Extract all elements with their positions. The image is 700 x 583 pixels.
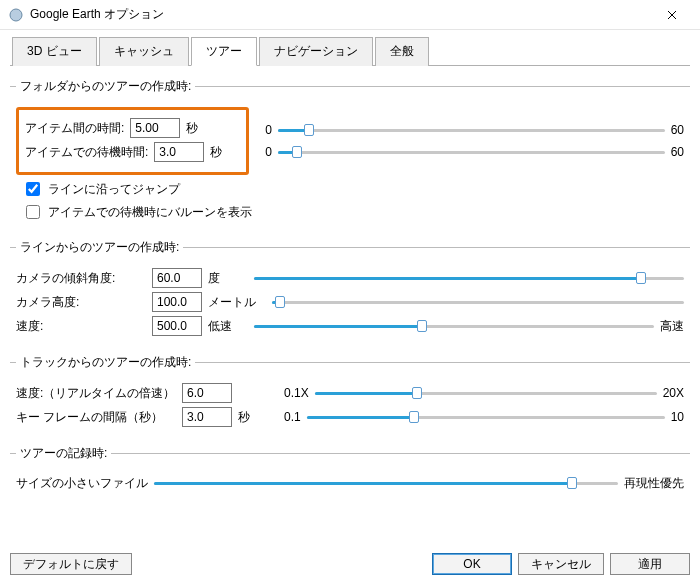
speed-label: 速度:	[16, 318, 146, 335]
keyframe-input[interactable]	[182, 407, 232, 427]
speed-slider[interactable]	[254, 317, 654, 335]
section-line-tour: ラインからのツアーの作成時: カメラの傾斜角度: 度 カメラ高度: メートル 速…	[10, 239, 690, 342]
app-icon	[8, 7, 24, 23]
reset-defaults-button[interactable]: デフォルトに戻す	[10, 553, 132, 575]
altitude-unit: メートル	[208, 294, 256, 311]
filesize-min: サイズの小さいファイル	[16, 475, 148, 492]
close-button[interactable]	[652, 1, 692, 29]
ok-button[interactable]: OK	[432, 553, 512, 575]
speed-min: 低速	[208, 318, 238, 335]
filesize-slider[interactable]	[154, 474, 618, 492]
checkbox-show-balloon[interactable]	[26, 205, 40, 219]
tab-navigation[interactable]: ナビゲーション	[259, 37, 373, 66]
tab-3dview[interactable]: 3D ビュー	[12, 37, 97, 66]
keyframe-unit: 秒	[238, 409, 278, 426]
track-speed-label: 速度:（リアルタイムの倍速）	[16, 385, 176, 402]
filesize-max: 再現性優先	[624, 475, 684, 492]
section-track-tour-legend: トラックからのツアーの作成時:	[16, 354, 195, 371]
keyframe-slider[interactable]	[307, 408, 665, 426]
time-between-unit: 秒	[186, 120, 216, 137]
svg-point-0	[10, 9, 22, 21]
checkbox-show-balloon-label: アイテムでの待機時にバルーンを表示	[48, 204, 252, 221]
tab-general[interactable]: 全般	[375, 37, 429, 66]
speed-input[interactable]	[152, 316, 202, 336]
track-speed-input[interactable]	[182, 383, 232, 403]
highlighted-inputs: アイテム間の時間: 秒 アイテムでの待機時間: 秒	[16, 107, 249, 175]
wait-time-unit: 秒	[210, 144, 240, 161]
keyframe-min: 0.1	[284, 410, 301, 424]
tilt-label: カメラの傾斜角度:	[16, 270, 146, 287]
section-line-tour-legend: ラインからのツアーの作成時:	[16, 239, 183, 256]
window-title: Google Earth オプション	[30, 6, 652, 23]
tilt-input[interactable]	[152, 268, 202, 288]
slider1-min: 0	[265, 123, 272, 137]
track-speed-max: 20X	[663, 386, 684, 400]
tab-bar: 3D ビュー キャッシュ ツアー ナビゲーション 全般	[10, 36, 690, 66]
keyframe-label: キー フレームの間隔（秒）	[16, 409, 176, 426]
time-between-slider[interactable]	[278, 121, 665, 139]
track-speed-min: 0.1X	[284, 386, 309, 400]
checkbox-fly-along-lines-label: ラインに沿ってジャンプ	[48, 181, 180, 198]
wait-time-slider[interactable]	[278, 143, 665, 161]
altitude-slider[interactable]	[272, 293, 684, 311]
tilt-slider[interactable]	[254, 269, 684, 287]
track-speed-slider[interactable]	[315, 384, 657, 402]
section-tour-record: ツアーの記録時: サイズの小さいファイル 再現性優先	[10, 445, 690, 498]
cancel-button[interactable]: キャンセル	[518, 553, 604, 575]
section-folder-tour-legend: フォルダからのツアーの作成時:	[16, 78, 195, 95]
slider1-max: 60	[671, 123, 684, 137]
section-track-tour: トラックからのツアーの作成時: 速度:（リアルタイムの倍速） 0.1X 20X …	[10, 354, 690, 433]
tab-tour[interactable]: ツアー	[191, 37, 257, 66]
altitude-input[interactable]	[152, 292, 202, 312]
keyframe-max: 10	[671, 410, 684, 424]
wait-time-input[interactable]	[154, 142, 204, 162]
time-between-input[interactable]	[130, 118, 180, 138]
section-tour-record-legend: ツアーの記録時:	[16, 445, 111, 462]
slider2-min: 0	[265, 145, 272, 159]
time-between-label: アイテム間の時間:	[25, 120, 124, 137]
altitude-label: カメラ高度:	[16, 294, 146, 311]
tab-cache[interactable]: キャッシュ	[99, 37, 189, 66]
checkbox-fly-along-lines[interactable]	[26, 182, 40, 196]
apply-button[interactable]: 適用	[610, 553, 690, 575]
slider2-max: 60	[671, 145, 684, 159]
wait-time-label: アイテムでの待機時間:	[25, 144, 148, 161]
tilt-unit: 度	[208, 270, 238, 287]
speed-max: 高速	[660, 318, 684, 335]
section-folder-tour: フォルダからのツアーの作成時: アイテム間の時間: 秒 アイテムでの待機時間: …	[10, 78, 690, 227]
